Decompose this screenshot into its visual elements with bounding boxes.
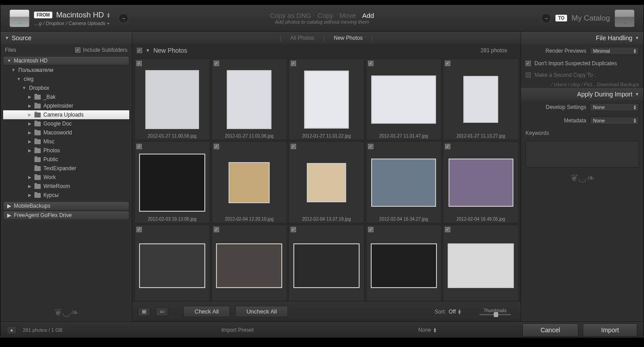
thumbnail-checkbox[interactable]: ✓ — [368, 61, 373, 66]
thumbnail-checkbox[interactable]: ✓ — [291, 61, 296, 66]
thumbnail-cell[interactable]: ✓2012-02-04 13.37.19.jpg — [288, 142, 364, 223]
grid-view-button[interactable]: ▦ — [138, 307, 150, 316]
thumbnail-checkbox[interactable]: ✓ — [214, 227, 219, 232]
thumbnail-grid-scroll[interactable]: ✓2012-01-27 11.00.58.jpg✓2012-01-27 11.0… — [132, 57, 521, 301]
thumbnail-cell[interactable]: ✓2012-01-27 11.13.27.jpg — [443, 59, 519, 140]
apply-during-import-header[interactable]: Apply During Import ▼ — [521, 88, 644, 100]
section-title: New Photos — [153, 47, 187, 54]
thumbnail-cell[interactable]: ✓2012-01-27 11.01.47.jpg — [366, 59, 442, 140]
thumbnail-cell[interactable]: ✓2012-01-27 11.01.06.jpg — [212, 59, 288, 140]
thumbnail-checkbox[interactable]: ✓ — [445, 144, 450, 149]
tab-new-photos[interactable]: New Photos — [334, 35, 363, 41]
thumbnail-cell[interactable]: ✓2012-02-04 12.20.10.jpg — [212, 142, 288, 223]
section-checkbox[interactable]: ✓ — [137, 48, 142, 53]
thumbnail-image — [371, 243, 437, 288]
thumbnail-size-slider[interactable]: Thumbnails — [479, 308, 511, 315]
thumbnail-cell[interactable]: ✓ — [212, 225, 288, 301]
cancel-button[interactable]: Cancel — [522, 323, 579, 337]
tree-folder[interactable]: ▶Camera Uploads — [3, 110, 129, 119]
checkbox-icon[interactable] — [525, 72, 531, 78]
render-previews-select[interactable]: Minimal▴▾ — [590, 47, 639, 55]
updown-icon[interactable]: ▴▾ — [107, 13, 110, 18]
to-arrow-icon[interactable]: → — [541, 13, 551, 23]
thumbnail-cell[interactable]: ✓ — [443, 225, 519, 301]
tree-folder[interactable]: ▶Macosworld — [3, 128, 129, 137]
tab-all-photos[interactable]: All Photos — [290, 35, 314, 41]
tree-folder[interactable]: ▶Misc — [3, 137, 129, 146]
thumbnail-cell[interactable]: ✓2012-02-03 19.13.06.jpg — [134, 142, 210, 223]
thumbnail-cell[interactable]: ✓ — [288, 225, 364, 301]
source-title: Source — [12, 34, 31, 42]
tree-root-disk[interactable]: ▼Macintosh HD — [3, 56, 129, 65]
disclosure-triangle-icon[interactable]: ▼ — [635, 36, 639, 40]
tree-folder[interactable]: ▶Work — [3, 173, 129, 182]
second-copy-label: Make a Second Copy To : — [534, 72, 596, 78]
expand-button[interactable]: ▲ — [7, 326, 17, 334]
include-subfolders-checkbox[interactable]: ✓ Include Subfolders — [75, 47, 127, 53]
thumbnail-checkbox[interactable]: ✓ — [136, 61, 142, 66]
thumbnail-checkbox[interactable]: ✓ — [445, 61, 450, 66]
thumbnail-image — [139, 243, 205, 288]
mode-copy-as-dng[interactable]: Copy as DNG — [270, 12, 312, 19]
file-handling-header[interactable]: File Handling ▼ — [521, 32, 644, 44]
loupe-view-button[interactable]: ▭ — [156, 307, 168, 316]
tree-folder[interactable]: TextExpander — [3, 164, 129, 173]
thumbnail-image — [371, 159, 436, 207]
second-copy-path: / Users / cleg / Pict…Download Backups — [521, 81, 644, 88]
bottom-bar: ▲ 281 photos / 1 GB Import Preset None ▴… — [0, 322, 644, 338]
source-panel: ▼ Source Files ✓ Include Subfolders ▼Mac… — [0, 32, 132, 322]
thumbnail-checkbox[interactable]: ✓ — [291, 144, 296, 149]
thumbnail-image — [145, 70, 199, 129]
thumbnail-cell[interactable]: ✓ — [366, 225, 442, 301]
from-block: FROM Macintosh HD ▴▾ …g / Dropbox / Came… — [9, 9, 128, 27]
keywords-input[interactable] — [525, 141, 639, 167]
thumbnail-checkbox[interactable]: ✓ — [291, 227, 296, 232]
thumbnail-cell[interactable]: ✓2012-01-27 11.01.22.jpg — [288, 59, 364, 140]
tree-folder[interactable]: ▶Google Doc — [3, 119, 129, 128]
disclosure-triangle-icon[interactable]: ▼ — [146, 48, 150, 53]
metadata-select[interactable]: None▴▾ — [590, 117, 639, 125]
thumbnail-filename: 2012-01-27 11.13.27.jpg — [443, 134, 518, 138]
mode-copy[interactable]: Copy — [318, 12, 333, 19]
tree-folder[interactable]: Public — [3, 155, 129, 164]
tree-mobilebackups[interactable]: ▶MobileBackups — [3, 201, 129, 210]
tree-users[interactable]: ▼Пользователи — [3, 66, 129, 75]
tree-user[interactable]: ▼cleg — [3, 75, 129, 84]
tree-folder[interactable]: ▶Курсы — [3, 191, 129, 200]
thumbnail-checkbox[interactable]: ✓ — [445, 227, 450, 232]
tree-folder[interactable]: ▶WriteRoom — [3, 182, 129, 191]
tree-dropbox[interactable]: ▼Dropbox — [3, 84, 129, 92]
thumbnail-cell[interactable]: ✓2012-02-04 16.34.27.jpg — [366, 142, 442, 223]
thumbnail-checkbox[interactable]: ✓ — [368, 144, 373, 149]
uncheck-all-button[interactable]: Uncheck All — [235, 306, 288, 317]
source-panel-header[interactable]: ▼ Source — [0, 32, 132, 44]
ornament-icon: ❦◡❧ — [0, 304, 132, 322]
forward-arrow-icon[interactable]: → — [119, 13, 128, 23]
tree-folder[interactable]: ▶Photos — [3, 146, 129, 155]
check-all-button[interactable]: Check All — [183, 306, 230, 317]
tree-folder[interactable]: ▶AppleInsider — [3, 101, 129, 110]
thumbnail-checkbox[interactable]: ✓ — [214, 144, 219, 149]
checkbox-icon[interactable]: ✓ — [525, 61, 531, 66]
thumbnail-checkbox[interactable]: ✓ — [136, 144, 142, 149]
mode-add[interactable]: Add — [362, 12, 374, 19]
thumbnail-cell[interactable]: ✓2012-01-27 11.00.58.jpg — [134, 59, 210, 140]
sort-control[interactable]: Sort: Off ▴▾ — [435, 309, 461, 315]
tree-freeagent[interactable]: ▶FreeAgent GoFlex Drive — [3, 211, 129, 220]
thumbnail-image — [304, 71, 349, 129]
source-disk-dropdown[interactable]: Macintosh HD — [56, 11, 104, 20]
disclosure-triangle-icon[interactable]: ▼ — [5, 36, 9, 40]
sort-value: Off — [449, 309, 456, 315]
thumbnail-cell[interactable]: ✓ — [134, 225, 210, 301]
mode-move[interactable]: Move — [339, 12, 356, 19]
import-preset-select[interactable]: None ▴▾ — [418, 327, 436, 333]
develop-settings-select[interactable]: None▴▾ — [590, 103, 639, 111]
thumbnail-checkbox[interactable]: ✓ — [214, 61, 219, 66]
disclosure-triangle-icon[interactable]: ▼ — [635, 92, 639, 96]
tree-folder[interactable]: ▶_Bak — [3, 92, 129, 101]
thumbnail-checkbox[interactable]: ✓ — [368, 227, 373, 232]
sort-label: Sort: — [435, 309, 446, 315]
thumbnail-cell[interactable]: ✓2012-02-04 16.49.05.jpg — [443, 142, 519, 223]
import-button[interactable]: Import — [583, 323, 637, 337]
thumbnail-checkbox[interactable]: ✓ — [136, 227, 142, 232]
